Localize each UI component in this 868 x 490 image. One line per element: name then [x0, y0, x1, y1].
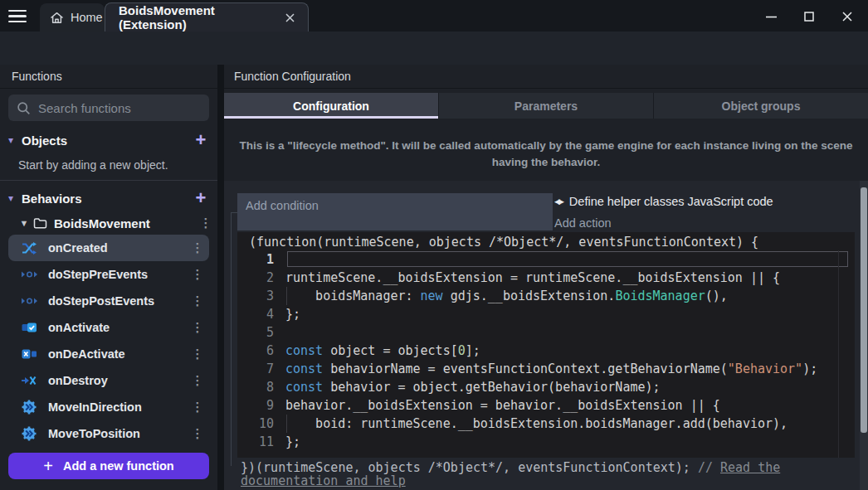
lifecycle-description: This is a "lifecycle method". It will be…	[239, 138, 853, 171]
tab-parameters[interactable]: Parameters	[438, 93, 653, 119]
tab-boidsmovement-extension[interactable]: BoidsMovement (Extension)	[105, 2, 309, 32]
function-item-label: MoveToPosition	[48, 427, 186, 440]
function-item-label: doStepPostEvents	[48, 294, 186, 308]
add-behavior-button[interactable]: +	[184, 189, 217, 207]
destroy-icon	[22, 376, 40, 386]
code-text: boidsManager: new gdjs.__boidsExtension.…	[285, 287, 855, 305]
code-line[interactable]: 10 boid: runtimeScene.__boidsExtension.b…	[237, 415, 855, 433]
kebab-menu-icon[interactable]: ⋮	[186, 347, 209, 361]
window-close-button[interactable]	[833, 7, 861, 27]
js-code-event-title[interactable]: ◀▶ Define helper classes JavaScript code	[554, 195, 773, 208]
code-text: const behaviorName = eventsFunctionConte…	[285, 360, 855, 378]
line-number: 8	[237, 378, 274, 396]
function-item-dosteppreevents[interactable]: doStepPreEvents⋮	[8, 261, 209, 288]
chevron-down-icon[interactable]: ▾	[0, 192, 22, 204]
tab-home[interactable]: Home	[40, 3, 105, 32]
code-lines: 12runtimeScene.__boidsExtension = runtim…	[237, 250, 855, 451]
code-line[interactable]: 9behavior.__boidsExtension = behavior.__…	[237, 396, 855, 415]
tab-home-label: Home	[71, 11, 103, 24]
code-line[interactable]: 4};	[237, 305, 855, 323]
code-line[interactable]: 3 boidsManager: new gdjs.__boidsExtensio…	[237, 287, 855, 305]
checkbox-on-icon	[22, 323, 40, 332]
kebab-menu-icon[interactable]: ⋮	[186, 400, 209, 415]
code-line[interactable]: 1	[237, 250, 855, 269]
chevron-down-icon[interactable]: ▾	[0, 134, 22, 146]
code-text: runtimeScene.__boidsExtension = runtimeS…	[285, 269, 855, 287]
tab-configuration[interactable]: Configuration	[224, 93, 438, 119]
add-action-link[interactable]: Add action	[554, 216, 612, 230]
add-condition-cell[interactable]: Add condition	[237, 193, 553, 230]
search-functions-input[interactable]	[38, 101, 188, 115]
add-new-function-button[interactable]: + Add a new function	[8, 453, 209, 479]
function-item-ondestroy[interactable]: onDestroy⋮	[8, 367, 209, 394]
function-item-moveindirection[interactable]: MoveInDirection⋮	[8, 394, 209, 420]
tab-label: Configuration	[293, 99, 369, 113]
window-maximize-button[interactable]	[795, 7, 823, 27]
main-toolbar: Preview Share	[0, 32, 868, 65]
function-item-label: onDeActivate	[48, 347, 186, 361]
code-text: boid: runtimeScene.__boidsExtension.boid…	[285, 415, 855, 433]
code-line[interactable]: 6const object = objects[0];	[237, 342, 855, 360]
line-number: 11	[237, 433, 274, 451]
code-line[interactable]: 8const behavior = object.getBehavior(beh…	[237, 378, 855, 396]
function-item-label: onActivate	[48, 321, 186, 334]
kebab-menu-icon[interactable]: ⋮	[186, 294, 209, 308]
line-number: 9	[237, 396, 274, 415]
objects-section-title: Objects	[22, 133, 184, 148]
kebab-menu-icon[interactable]: ⋮	[186, 267, 209, 282]
function-item-dosteppostevents[interactable]: doStepPostEvents⋮	[8, 288, 209, 314]
events-sheet: Add condition ◀▶ Define helper classes J…	[224, 181, 868, 490]
function-item-onactivate[interactable]: onActivate⋮	[8, 314, 209, 341]
kebab-menu-icon[interactable]: ⋮	[186, 240, 209, 255]
kebab-menu-icon[interactable]: ⋮	[194, 216, 217, 230]
function-item-label: doStepPreEvents	[48, 268, 186, 281]
code-line[interactable]: 5	[237, 323, 855, 342]
code-line[interactable]: 2runtimeScene.__boidsExtension = runtime…	[237, 269, 855, 287]
tab-active-label: BoidsMovement (Extension)	[119, 3, 281, 32]
function-item-oncreated[interactable]: onCreated⋮	[8, 235, 209, 261]
behavior-folder-name: BoidsMovement	[54, 216, 194, 230]
divider	[224, 88, 868, 89]
line-number: 10	[237, 415, 274, 433]
tab-close-icon[interactable]	[281, 9, 298, 26]
events-scrollbar-thumb[interactable]	[861, 187, 867, 433]
chevron-down-icon[interactable]: ▼	[15, 218, 33, 228]
events-scrollbar-track[interactable]	[860, 181, 868, 490]
line-number: 2	[237, 269, 274, 287]
function-item-ondeactivate[interactable]: onDeActivate⋮	[8, 341, 209, 367]
tab-object-groups[interactable]: Object groups	[653, 93, 868, 119]
code-icon: ◀▶	[554, 197, 563, 206]
code-line[interactable]: 11};	[237, 433, 855, 451]
kebab-menu-icon[interactable]: ⋮	[186, 320, 209, 335]
code-text	[285, 323, 855, 342]
window-minimize-button[interactable]	[757, 7, 785, 27]
code-header-line: (function(runtimeScene, objects /*Object…	[249, 234, 758, 250]
indent-guide	[286, 415, 287, 433]
line-number: 6	[237, 342, 274, 360]
code-text: };	[285, 433, 855, 451]
code-footer-line: })(runtimeScene, objects /*Object*/, eve…	[241, 461, 856, 488]
function-configuration-panel: Function Configuration ConfigurationPara…	[224, 65, 868, 490]
hamburger-menu-icon[interactable]	[8, 10, 27, 22]
code-text	[285, 250, 855, 269]
line-number: 5	[237, 323, 274, 342]
kebab-menu-icon[interactable]: ⋮	[186, 373, 209, 388]
add-object-button[interactable]: +	[184, 131, 217, 149]
function-item-label: MoveInDirection	[48, 400, 186, 414]
line-number: 3	[237, 287, 274, 305]
function-item-movetoposition[interactable]: MoveToPosition⋮	[8, 420, 209, 447]
code-line[interactable]: 7const behaviorName = eventsFunctionCont…	[237, 360, 855, 378]
js-code-editor[interactable]: (function(runtimeScene, objects /*Object…	[237, 232, 855, 458]
objects-empty-text: Start by adding a new object.	[18, 158, 168, 172]
search-box[interactable]	[8, 95, 209, 121]
step-icon	[22, 270, 40, 279]
panel-title: Function Configuration	[234, 70, 351, 83]
behavior-folder-row[interactable]: ▼ BoidsMovement ⋮	[0, 212, 217, 234]
indent-guide	[286, 287, 287, 305]
step-icon	[22, 297, 40, 305]
code-text: };	[285, 305, 855, 323]
line-number: 1	[237, 250, 274, 269]
editor-right-line	[838, 250, 839, 458]
folder-icon	[33, 217, 47, 229]
kebab-menu-icon[interactable]: ⋮	[186, 426, 209, 441]
